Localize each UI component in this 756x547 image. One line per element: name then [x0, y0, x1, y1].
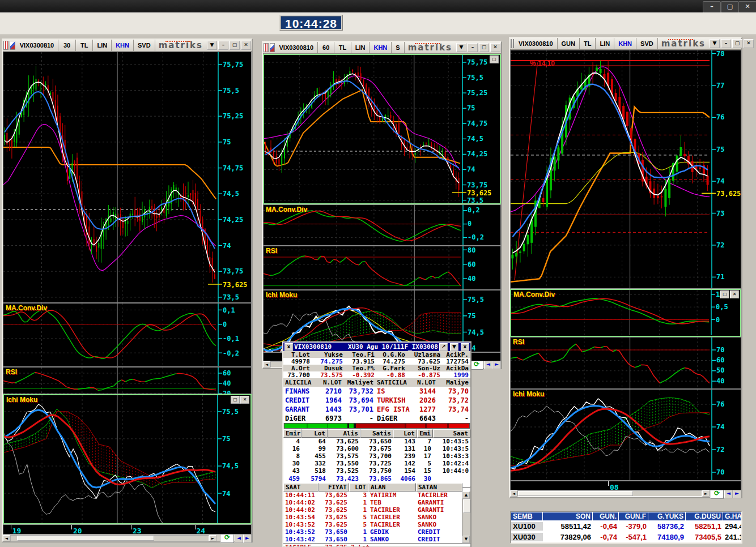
- khn-button[interactable]: KHN: [369, 42, 392, 53]
- scroll-left-icon[interactable]: ◄: [3, 535, 10, 541]
- window-close-icon[interactable]: ✕: [241, 41, 251, 50]
- pane-maximize-icon[interactable]: ▢: [720, 290, 729, 298]
- scroll-up-icon[interactable]: ▲: [462, 492, 470, 499]
- column-header[interactable]: Satis: [360, 429, 393, 438]
- column-header[interactable]: SON: [543, 512, 593, 520]
- period-button[interactable]: 30: [58, 40, 76, 51]
- scroll-right-icon[interactable]: ►: [209, 535, 216, 541]
- window-maximize-icon[interactable]: ▢: [732, 39, 742, 48]
- watchlist-row[interactable]: XU03073829,06-0,74-547,174180,973405,524…: [511, 532, 741, 542]
- page-right-icon[interactable]: ►: [243, 533, 252, 543]
- column-header[interactable]: Saat: [433, 429, 470, 438]
- khn-button[interactable]: KHN: [112, 40, 134, 51]
- grid-icon[interactable]: [3, 41, 9, 50]
- chart-scrollbar[interactable]: ◄ ► ⟳ ◄ ►: [3, 535, 252, 541]
- window-close-icon[interactable]: ✕: [744, 39, 754, 48]
- trades-scrollbar[interactable]: ▲ ▼: [462, 492, 470, 543]
- minimize-icon[interactable]: –: [703, 1, 721, 13]
- pane-close-icon[interactable]: ✕: [730, 290, 739, 298]
- scroll-left-icon[interactable]: ◄: [263, 361, 270, 367]
- rsi-pane[interactable]: RSI604020: [3, 367, 252, 395]
- tl-button[interactable]: TL: [580, 38, 596, 49]
- ichimoku-pane[interactable]: Ichi Moku76747270: [510, 389, 741, 481]
- scroll-left-icon[interactable]: ◄: [510, 490, 517, 497]
- close-icon[interactable]: ✕: [738, 1, 756, 13]
- column-header[interactable]: Lot: [393, 429, 417, 438]
- window-maximize-icon[interactable]: ▢: [230, 41, 240, 50]
- column-header[interactable]: Alis: [328, 429, 360, 438]
- window-maximize-icon[interactable]: ▢: [479, 43, 489, 52]
- pane-maximize-icon[interactable]: ▢: [231, 396, 240, 404]
- page-left-icon[interactable]: ◄: [724, 489, 733, 498]
- pane-close-icon[interactable]: ✕: [240, 396, 249, 404]
- close-icon[interactable]: x: [461, 343, 469, 351]
- scroll-down-icon[interactable]: ▼: [462, 536, 470, 543]
- chart-scrollbar[interactable]: ◄ ► ⟳ ◄ ►: [510, 490, 741, 497]
- column-header[interactable]: Emi: [417, 429, 433, 438]
- chart-icon[interactable]: [513, 39, 514, 48]
- page-left-icon[interactable]: ◄: [235, 533, 243, 543]
- price-pane[interactable]: 75,7575,575,257574,7574,574,257473,7573,…: [3, 52, 252, 303]
- maximize-icon[interactable]: ▢: [721, 1, 739, 13]
- column-header[interactable]: Lot: [301, 429, 328, 438]
- dropdown-icon[interactable]: ▼: [456, 43, 466, 52]
- period-button[interactable]: GUN: [558, 38, 580, 49]
- scroll-thumb[interactable]: [463, 499, 470, 513]
- column-header[interactable]: Maliye: [438, 379, 470, 386]
- svd-button[interactable]: SVD: [636, 38, 658, 49]
- chart-icon[interactable]: [270, 43, 275, 52]
- column-header[interactable]: [462, 486, 470, 488]
- price-pane[interactable]: % 14,10787776757473727173,625: [510, 50, 741, 289]
- macd-pane[interactable]: MA.Conv.Div0,10-0,1-0,2: [3, 303, 252, 366]
- column-header[interactable]: N.LOT: [318, 379, 343, 386]
- khn-button[interactable]: KHN: [614, 38, 636, 49]
- column-header[interactable]: GUN.F: [619, 512, 648, 520]
- window-minimize-icon[interactable]: –: [468, 43, 478, 52]
- column-header[interactable]: SATICILA: [375, 379, 413, 386]
- column-header[interactable]: G.DUSU: [686, 512, 723, 520]
- macd-pane[interactable]: MA.Conv.Div0,20-0,2: [263, 204, 501, 246]
- scroll-thumb[interactable]: [518, 491, 633, 496]
- pane-maximize-icon[interactable]: ▢: [490, 55, 499, 63]
- grid-icon[interactable]: [264, 43, 269, 52]
- close-icon[interactable]: x: [284, 343, 293, 351]
- column-header[interactable]: G.YUKS: [648, 512, 686, 520]
- scroll-track[interactable]: [10, 535, 209, 541]
- symbol-label[interactable]: VIX0300810: [515, 38, 558, 49]
- symbol-label[interactable]: VIX0300810: [275, 42, 318, 53]
- window-close-icon[interactable]: ✕: [490, 43, 500, 52]
- column-header[interactable]: SEMB: [511, 512, 543, 520]
- column-header[interactable]: Emir: [283, 429, 301, 438]
- column-header[interactable]: SATAN: [416, 483, 462, 492]
- scroll-thumb[interactable]: [17, 536, 154, 541]
- column-header[interactable]: G.HACIM: [723, 512, 741, 520]
- rsi-pane[interactable]: RSI70605040: [510, 337, 741, 389]
- period-button[interactable]: 60: [318, 42, 334, 53]
- column-header[interactable]: N.LOT: [413, 379, 438, 386]
- popout-icon[interactable]: ↗: [439, 343, 448, 351]
- lin-button[interactable]: LIN: [351, 42, 370, 53]
- dropdown-icon[interactable]: ▼: [710, 39, 720, 48]
- chart-icon[interactable]: [10, 41, 15, 50]
- scroll-right-icon[interactable]: ►: [702, 490, 710, 497]
- column-header[interactable]: ALAN: [368, 483, 416, 492]
- rsi-pane[interactable]: RSI806040: [263, 246, 501, 290]
- scroll-track[interactable]: [517, 490, 702, 497]
- watchlist-row[interactable]: XU10058511,42-0,64-379,058736,258251,129…: [511, 521, 741, 532]
- lin-button[interactable]: LIN: [596, 38, 614, 49]
- window-minimize-icon[interactable]: –: [721, 39, 731, 48]
- grid-icon[interactable]: [511, 39, 512, 48]
- dropdown-icon[interactable]: ▼: [450, 343, 458, 351]
- macd-pane[interactable]: MA.Conv.Div ▢✕10,50: [510, 289, 741, 336]
- symbol-label[interactable]: VIX0300810: [16, 40, 59, 51]
- dropdown-icon[interactable]: ▼: [207, 41, 217, 50]
- column-header[interactable]: Maliyet: [343, 379, 375, 386]
- tl-button[interactable]: TL: [76, 40, 94, 51]
- column-header[interactable]: FIYAT: [318, 483, 349, 492]
- lin-button[interactable]: LIN: [93, 40, 112, 51]
- ichimoku-pane[interactable]: Ichi Moku ▢✕75,57574,574: [3, 394, 252, 524]
- column-header[interactable]: LOT: [349, 483, 368, 492]
- page-right-icon[interactable]: ►: [492, 360, 501, 369]
- svd-button[interactable]: SVD: [134, 40, 155, 51]
- column-header[interactable]: SAAT: [283, 483, 318, 492]
